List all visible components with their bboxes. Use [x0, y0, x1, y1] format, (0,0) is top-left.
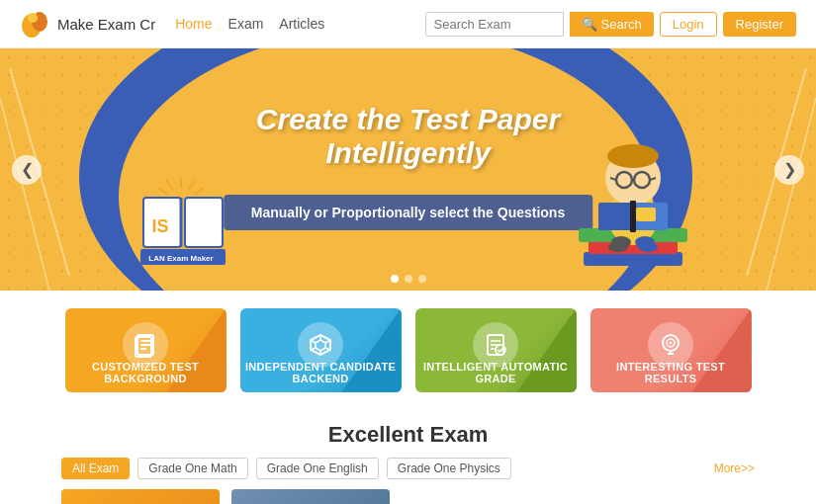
- search-button[interactable]: 🔍 Search: [570, 12, 654, 37]
- svg-point-19: [607, 144, 659, 168]
- dot-2[interactable]: [405, 275, 412, 283]
- svg-rect-28: [636, 208, 656, 221]
- tab-grade-one-english[interactable]: Grade One English: [256, 458, 379, 479]
- svg-rect-39: [140, 344, 150, 346]
- svg-rect-40: [140, 348, 146, 350]
- feature-label-4: Interesting Test Results: [590, 361, 752, 384]
- svg-line-34: [767, 98, 816, 291]
- svg-text:LAN Exam Maker: LAN Exam Maker: [148, 254, 213, 263]
- hero-kid-character: [569, 89, 697, 291]
- hero-dots-indicator: [391, 275, 426, 283]
- feature-card-1[interactable]: Customized Test Background: [65, 308, 227, 392]
- feature-label-1: Customized Test Background: [65, 361, 227, 384]
- tab-all-exam[interactable]: All Exam: [61, 458, 130, 479]
- register-button[interactable]: Register: [723, 12, 796, 37]
- exam-thumb-1[interactable]: [61, 489, 220, 504]
- feature-card-3[interactable]: Intelligent Automatic Grade: [415, 308, 577, 392]
- exam-thumb-2[interactable]: [231, 489, 390, 504]
- feature-card-2[interactable]: Independent Candidate Backend: [240, 308, 402, 392]
- svg-line-36: [0, 98, 49, 291]
- nav-exam[interactable]: Exam: [228, 16, 264, 32]
- svg-point-32: [638, 242, 658, 252]
- hero-title: Create the Test Paper Intelligently: [256, 103, 560, 170]
- search-icon: 🔍: [582, 17, 597, 32]
- svg-point-2: [28, 13, 38, 23]
- more-link[interactable]: More>>: [714, 462, 755, 475]
- exam-tabs: All Exam Grade One Math Grade One Englis…: [61, 458, 755, 479]
- login-button[interactable]: Login: [660, 12, 717, 37]
- svg-line-11: [194, 188, 204, 195]
- excellent-section: Excellent Exam All Exam Grade One Math G…: [0, 410, 816, 504]
- tab-grade-one-math[interactable]: Grade One Math: [137, 458, 247, 479]
- svg-line-10: [158, 188, 168, 195]
- feature-label-2: Independent Candidate Backend: [240, 361, 402, 384]
- dot-1[interactable]: [391, 275, 399, 283]
- svg-point-31: [608, 242, 628, 252]
- navbar: Make Exam Cr Home Exam Articles 🔍 Search…: [0, 0, 816, 48]
- search-area: 🔍 Search Login Register: [425, 12, 796, 37]
- logo-icon: [20, 8, 51, 40]
- svg-marker-43: [316, 340, 325, 351]
- logo-text: Make Exam Cr: [57, 16, 155, 33]
- svg-rect-4: [185, 198, 223, 247]
- hero-banner: Create the Test Paper Intelligently Manu…: [0, 48, 816, 291]
- logo-area: Make Exam Cr: [20, 8, 155, 40]
- svg-rect-27: [630, 201, 636, 232]
- feature-card-4[interactable]: Interesting Test Results: [590, 308, 752, 392]
- dot-3[interactable]: [418, 275, 426, 283]
- hero-book-character: IS LAN Exam Maker: [138, 158, 227, 271]
- hero-subtitle: Manually or Proportionally select the Qu…: [224, 195, 592, 230]
- svg-rect-14: [584, 252, 682, 266]
- hero-next-button[interactable]: ❯: [774, 155, 804, 185]
- nav-links: Home Exam Articles: [175, 16, 324, 32]
- svg-line-8: [166, 180, 173, 190]
- svg-point-57: [670, 342, 673, 345]
- exam-thumbnails: [61, 489, 755, 504]
- hero-prev-button[interactable]: ❮: [12, 155, 42, 185]
- svg-line-9: [189, 180, 196, 190]
- tab-grade-one-physics[interactable]: Grade One Physics: [387, 458, 511, 479]
- svg-rect-38: [140, 340, 150, 342]
- nav-articles[interactable]: Articles: [279, 16, 324, 32]
- svg-text:IS: IS: [151, 216, 168, 236]
- features-section: Customized Test Background Independent C…: [0, 291, 816, 410]
- search-input[interactable]: [425, 12, 564, 37]
- nav-home[interactable]: Home: [175, 16, 212, 32]
- feature-label-3: Intelligent Automatic Grade: [415, 361, 577, 384]
- excellent-title: Excellent Exam: [61, 422, 755, 448]
- svg-rect-25: [598, 203, 633, 230]
